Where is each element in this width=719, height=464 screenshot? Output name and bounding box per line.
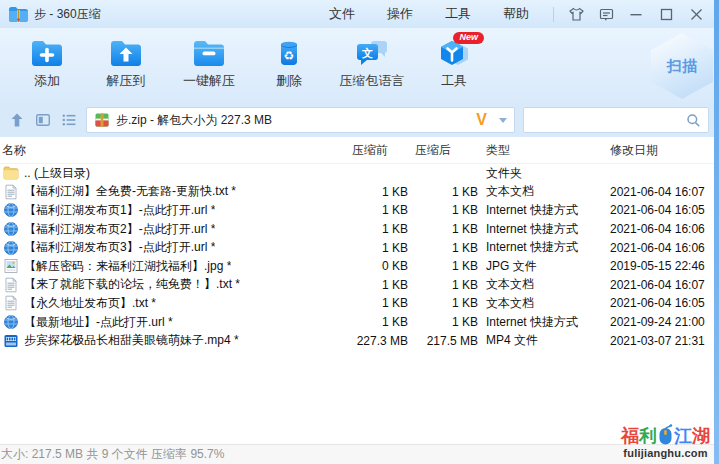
file-type: JPG 文件 bbox=[478, 258, 606, 275]
size-after: 1 KB bbox=[408, 296, 478, 310]
file-name: 【福利江湖发布页3】-点此打开.url * bbox=[24, 239, 215, 256]
size-before: 1 KB bbox=[342, 222, 408, 236]
menu-help[interactable]: 帮助 bbox=[503, 5, 529, 23]
size-before: 1 KB bbox=[342, 315, 408, 329]
address-field[interactable]: 步.zip - 解包大小为 227.3 MB V bbox=[86, 107, 515, 133]
mouse-icon bbox=[658, 424, 673, 445]
titlebar-controls bbox=[568, 6, 705, 23]
tools-button[interactable]: New 工具 bbox=[418, 35, 490, 97]
date-modified: 2021-09-24 21:00 bbox=[606, 315, 714, 329]
v-logo: V bbox=[476, 112, 487, 128]
menu-tools[interactable]: 工具 bbox=[445, 5, 471, 23]
svg-text:文: 文 bbox=[361, 47, 373, 59]
watermark-logo: 福利 江湖 bbox=[621, 424, 710, 445]
watermark-char: 江 bbox=[674, 427, 692, 445]
table-row[interactable]: 【福利江湖】全免费-无套路-更新快.txt * 1 KB 1 KB 文本文档 2… bbox=[0, 183, 714, 202]
image-file-icon bbox=[3, 258, 19, 274]
maximize-icon[interactable] bbox=[658, 6, 675, 23]
svg-text:♻: ♻ bbox=[284, 49, 295, 63]
watermark-char: 福 bbox=[621, 427, 639, 445]
table-row[interactable]: 【永久地址发布页】.txt * 1 KB 1 KB 文本文档 2021-06-0… bbox=[0, 294, 714, 313]
menu-file[interactable]: 文件 bbox=[329, 5, 355, 23]
date-modified: 2021-06-04 16:07 bbox=[606, 278, 714, 292]
zip-file-icon bbox=[94, 112, 110, 128]
archive-language-icon: 文 bbox=[353, 37, 391, 69]
column-header-after[interactable]: 压缩后 bbox=[408, 142, 478, 159]
file-name: 【来了就能下载的论坛，纯免费！】.txt * bbox=[24, 276, 240, 293]
table-row[interactable]: 步宾探花极品长相甜美眼镜萌妹子.mp4 * 227.3 MB 217.5 MB … bbox=[0, 331, 714, 350]
window-title: 步 - 360压缩 bbox=[34, 6, 101, 23]
column-header-date[interactable]: 修改日期 bbox=[606, 142, 714, 159]
app-zip-icon bbox=[8, 6, 28, 22]
table-row[interactable]: 【福利江湖发布页1】-点此打开.url * 1 KB 1 KB Internet… bbox=[0, 201, 714, 220]
table-row[interactable]: 【解压密码：来福利江湖找福利】.jpg * 0 KB 1 KB JPG 文件 2… bbox=[0, 257, 714, 276]
list-view-icon[interactable] bbox=[60, 111, 78, 129]
minimize-icon[interactable] bbox=[628, 6, 645, 23]
size-after: 217.5 MB bbox=[408, 334, 478, 348]
extract-to-button[interactable]: 解压到 bbox=[86, 35, 166, 97]
one-click-extract-icon bbox=[190, 37, 228, 69]
extract-to-button-label: 解压到 bbox=[107, 72, 146, 90]
watermark-char: 利 bbox=[639, 427, 657, 445]
video-file-icon bbox=[3, 333, 19, 349]
size-before: 1 KB bbox=[342, 241, 408, 255]
file-name: 【解压密码：来福利江湖找福利】.jpg * bbox=[24, 258, 231, 275]
search-icon[interactable] bbox=[686, 113, 701, 128]
size-before: 227.3 MB bbox=[342, 334, 408, 348]
addressbar: 步.zip - 解包大小为 227.3 MB V bbox=[0, 103, 719, 137]
table-row[interactable]: 【来了就能下载的论坛，纯免费！】.txt * 1 KB 1 KB 文本文档 20… bbox=[0, 276, 714, 295]
file-name: 【最新地址】-点此打开.url * bbox=[24, 314, 173, 331]
column-header-before[interactable]: 压缩前 bbox=[342, 142, 408, 159]
close-icon[interactable] bbox=[688, 6, 705, 23]
preview-pane-icon[interactable] bbox=[34, 111, 52, 129]
column-header-type[interactable]: 类型 bbox=[478, 142, 606, 159]
app-window: 步 - 360压缩 文件 操作 工具 帮助 bbox=[0, 0, 719, 464]
search-input[interactable] bbox=[531, 113, 686, 127]
list-header: 名称 压缩前 压缩后 类型 修改日期 bbox=[0, 137, 719, 164]
feedback-icon[interactable] bbox=[598, 6, 615, 23]
address-text: 步.zip - 解包大小为 227.3 MB bbox=[116, 112, 470, 129]
scan-badge-label: 扫描 bbox=[667, 57, 697, 76]
scan-badge[interactable]: 扫描 bbox=[651, 33, 713, 99]
archive-language-button[interactable]: 文 压缩包语言 bbox=[326, 35, 418, 97]
size-after: 1 KB bbox=[408, 241, 478, 255]
window-right-edge bbox=[714, 0, 719, 464]
statusbar: 大小: 217.5 MB 共 9 个文件 压缩率 95.7% bbox=[0, 444, 714, 464]
file-name: 【福利江湖发布页1】-点此打开.url * bbox=[24, 202, 215, 219]
table-row[interactable]: .. (上级目录) 文件夹 bbox=[0, 164, 714, 183]
date-modified: 2021-06-04 16:07 bbox=[606, 185, 714, 199]
file-type: Internet 快捷方式 bbox=[478, 314, 606, 331]
skin-icon[interactable] bbox=[568, 6, 585, 23]
menubar: 文件 操作 工具 帮助 bbox=[329, 5, 529, 23]
extract-to-icon bbox=[107, 37, 145, 69]
add-button[interactable]: 添加 bbox=[8, 35, 86, 97]
size-before: 0 KB bbox=[342, 259, 408, 273]
date-modified: 2021-06-04 16:05 bbox=[606, 203, 714, 217]
delete-button[interactable]: ♻ 删除 bbox=[252, 35, 326, 97]
size-after: 1 KB bbox=[408, 203, 478, 217]
watermark-domain: fulijianghu.com bbox=[621, 447, 710, 459]
url-icon bbox=[3, 221, 19, 237]
size-before: 1 KB bbox=[342, 296, 408, 310]
search-box bbox=[523, 107, 709, 133]
status-text: 大小: 217.5 MB 共 9 个文件 压缩率 95.7% bbox=[1, 446, 224, 463]
table-row[interactable]: 【福利江湖发布页3】-点此打开.url * 1 KB 1 KB Internet… bbox=[0, 238, 714, 257]
delete-button-label: 删除 bbox=[276, 72, 302, 90]
table-row[interactable]: 【最新地址】-点此打开.url * 1 KB 1 KB Internet 快捷方… bbox=[0, 313, 714, 332]
delete-icon: ♻ bbox=[270, 37, 308, 69]
chevron-down-icon[interactable] bbox=[499, 118, 507, 123]
date-modified: 2021-03-07 21:31 bbox=[606, 334, 714, 348]
size-after: 1 KB bbox=[408, 278, 478, 292]
menu-action[interactable]: 操作 bbox=[387, 5, 413, 23]
url-icon bbox=[3, 240, 19, 256]
titlebar: 步 - 360压缩 文件 操作 工具 帮助 bbox=[0, 0, 719, 28]
table-row[interactable]: 【福利江湖发布页2】-点此打开.url * 1 KB 1 KB Internet… bbox=[0, 220, 714, 239]
size-after: 1 KB bbox=[408, 222, 478, 236]
folder-icon bbox=[3, 165, 19, 181]
date-modified: 2021-06-04 16:05 bbox=[606, 296, 714, 310]
up-icon[interactable] bbox=[8, 111, 26, 129]
archive-language-button-label: 压缩包语言 bbox=[340, 72, 405, 90]
one-click-extract-button[interactable]: 一键解压 bbox=[166, 35, 252, 97]
column-header-name[interactable]: 名称 bbox=[0, 142, 342, 159]
file-type: Internet 快捷方式 bbox=[478, 221, 606, 238]
